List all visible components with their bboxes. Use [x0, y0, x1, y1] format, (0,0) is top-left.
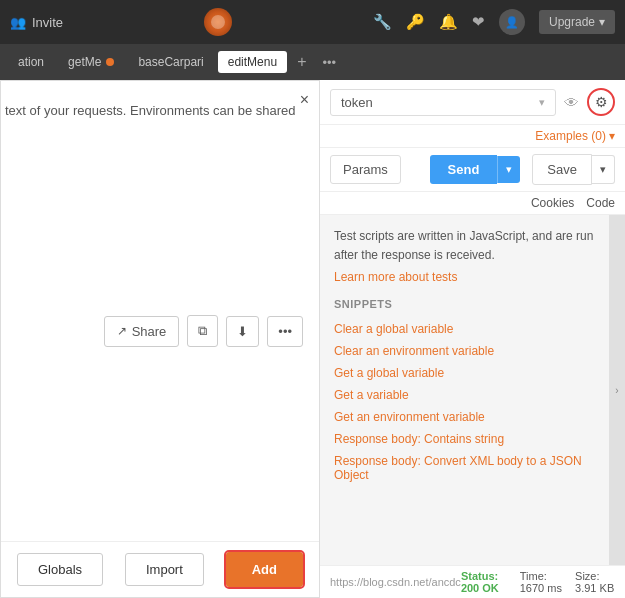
right-toolbar: token ▾ 👁 ⚙: [320, 80, 625, 125]
send-label: Send: [448, 162, 480, 177]
cookies-label: Cookies: [531, 196, 574, 210]
status-ok: Status: 200 OK: [461, 570, 508, 594]
more-options-button[interactable]: •••: [267, 316, 303, 347]
modal-actions: ↗ Share ⧉ ⬇ •••: [1, 305, 319, 357]
code-label: Code: [586, 196, 615, 210]
chevron-down-icon: ▾: [539, 96, 545, 109]
navbar-center: [73, 8, 363, 36]
request-toolbar-left: Params: [330, 155, 401, 184]
eye-icon[interactable]: 👁: [564, 94, 579, 111]
download-button[interactable]: ⬇: [226, 316, 259, 347]
bell-icon[interactable]: 🔔: [439, 13, 458, 31]
snippets-section: SNIPPETS Clear a global variable Clear a…: [334, 298, 595, 486]
navbar-icons: 🔧 🔑 🔔 ❤ 👤 Upgrade ▾: [373, 9, 615, 35]
snippet-get-global[interactable]: Get a global variable: [334, 362, 595, 384]
wrench-icon[interactable]: 🔧: [373, 13, 392, 31]
app-logo: [204, 8, 232, 36]
chevron-right-icon: ›: [615, 385, 618, 396]
learn-more-link[interactable]: Learn more about tests: [334, 270, 457, 284]
snippet-response-xml[interactable]: Response body: Convert XML body to a JSO…: [334, 450, 595, 486]
share-icon: ↗: [117, 324, 127, 338]
watermark: https://blog.csdn.net/ancdc: [330, 576, 461, 588]
tab-ation[interactable]: ation: [8, 51, 54, 73]
scripts-info: Test scripts are written in JavaScript, …: [320, 215, 609, 565]
save-button-group: Save ▾: [532, 154, 615, 185]
invite-label: Invite: [32, 15, 63, 30]
share-label: Share: [132, 324, 167, 339]
import-label: Import: [146, 562, 183, 577]
status-size: Size: 3.91 KB: [575, 570, 615, 594]
settings-button[interactable]: ⚙: [587, 88, 615, 116]
status-bar: https://blog.csdn.net/ancdc Status: 200 …: [320, 565, 625, 598]
environment-list: [1, 357, 319, 541]
save-button[interactable]: Save: [532, 154, 592, 185]
tabs-bar: ation getMe baseCarpari editMenu + •••: [0, 44, 625, 80]
snippets-title: SNIPPETS: [334, 298, 595, 310]
tab-editmenu[interactable]: editMenu: [218, 51, 287, 73]
snippet-response-contains[interactable]: Response body: Contains string: [334, 428, 595, 450]
tab-basecarpari[interactable]: baseCarpari: [128, 51, 213, 73]
invite-button[interactable]: 👥 Invite: [10, 15, 63, 30]
send-button[interactable]: Send: [430, 155, 498, 184]
tab-getme[interactable]: getMe: [58, 51, 124, 73]
upgrade-label: Upgrade: [549, 15, 595, 29]
status-meta-group: Status: 200 OK Time: 1670 ms Size: 3.91 …: [461, 570, 615, 594]
save-arrow-icon: ▾: [600, 163, 606, 175]
scripts-description: Test scripts are written in JavaScript, …: [334, 227, 595, 265]
add-button[interactable]: Add: [226, 552, 303, 587]
examples-row: Examples (0) ▾: [320, 125, 625, 148]
gear-icon: ⚙: [595, 94, 608, 110]
request-toolbar: Params Send ▾ Save ▾: [320, 148, 625, 192]
examples-link[interactable]: Examples (0) ▾: [535, 129, 615, 143]
copy-icon: ⧉: [198, 323, 207, 338]
share-button[interactable]: ↗ Share: [104, 316, 180, 347]
environment-dropdown[interactable]: token ▾: [330, 89, 556, 116]
params-button[interactable]: Params: [330, 155, 401, 184]
examples-dropdown-icon: ▾: [609, 129, 615, 143]
send-button-group: Send ▾: [430, 155, 521, 184]
cookies-bar: Cookies Code: [320, 192, 625, 215]
examples-label: Examples (0): [535, 129, 606, 143]
status-time: Time: 1670 ms: [520, 570, 563, 594]
navbar: 👥 Invite 🔧 🔑 🔔 ❤ 👤 Upgrade ▾: [0, 0, 625, 44]
code-link[interactable]: Code: [586, 196, 615, 210]
close-icon: ×: [300, 91, 309, 108]
more-icon: •••: [278, 324, 292, 339]
logo-inner: [211, 15, 225, 29]
cookies-link[interactable]: Cookies: [531, 196, 574, 210]
save-label: Save: [547, 162, 577, 177]
avatar-icon: 👤: [505, 16, 519, 29]
globals-button[interactable]: Globals: [17, 553, 103, 586]
globals-label: Globals: [38, 562, 82, 577]
modal-footer: Globals Import Add: [1, 541, 319, 597]
send-arrow-icon: ▾: [506, 163, 512, 175]
snippet-clear-global[interactable]: Clear a global variable: [334, 318, 595, 340]
tab-ation-label: ation: [18, 55, 44, 69]
tab-editmenu-label: editMenu: [228, 55, 277, 69]
tab-more-button[interactable]: •••: [316, 53, 342, 72]
heart-icon[interactable]: ❤: [472, 13, 485, 31]
snippet-get-variable[interactable]: Get a variable: [334, 384, 595, 406]
params-label: Params: [343, 162, 388, 177]
env-dropdown-value: token: [341, 95, 539, 110]
upgrade-button[interactable]: Upgrade ▾: [539, 10, 615, 34]
snippet-get-env[interactable]: Get an environment variable: [334, 406, 595, 428]
expand-panel-button[interactable]: ›: [609, 215, 625, 565]
tab-basecarpari-label: baseCarpari: [138, 55, 203, 69]
download-icon: ⬇: [237, 324, 248, 339]
right-panel: token ▾ 👁 ⚙ Examples (0) ▾ Params: [320, 80, 625, 598]
key-icon[interactable]: 🔑: [406, 13, 425, 31]
import-button[interactable]: Import: [125, 553, 204, 586]
save-dropdown-button[interactable]: ▾: [592, 155, 615, 184]
tab-add-button[interactable]: +: [291, 51, 312, 73]
tab-getme-dot: [106, 58, 114, 66]
environment-modal: × text of your requests. Environments ca…: [0, 80, 320, 598]
modal-close-button[interactable]: ×: [300, 91, 309, 109]
main-area: × text of your requests. Environments ca…: [0, 80, 625, 598]
copy-button[interactable]: ⧉: [187, 315, 218, 347]
invite-icon: 👥: [10, 15, 26, 30]
snippet-clear-env[interactable]: Clear an environment variable: [334, 340, 595, 362]
avatar[interactable]: 👤: [499, 9, 525, 35]
modal-body-text: text of your requests. Environments can …: [1, 81, 319, 305]
send-dropdown-button[interactable]: ▾: [497, 156, 520, 183]
